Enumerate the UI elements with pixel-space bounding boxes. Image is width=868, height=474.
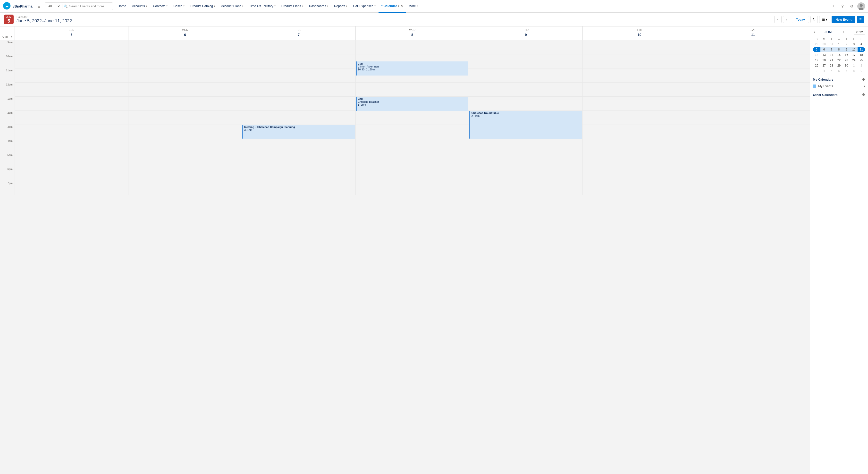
- search-filter-select[interactable]: All: [48, 4, 61, 8]
- mini-cal-day[interactable]: 1: [835, 41, 843, 47]
- day-cell[interactable]: [355, 153, 469, 167]
- day-cell[interactable]: [14, 111, 128, 125]
- day-cell[interactable]: [469, 181, 583, 195]
- day-cell[interactable]: [469, 54, 583, 68]
- day-cell[interactable]: [696, 40, 810, 54]
- day-cell[interactable]: [14, 153, 128, 167]
- my-events-dropdown-icon[interactable]: ▾: [864, 85, 865, 88]
- day-cell[interactable]: [469, 97, 583, 111]
- mini-cal-day[interactable]: 7: [828, 47, 835, 52]
- day-cell[interactable]: [128, 68, 242, 83]
- day-cell[interactable]: [14, 181, 128, 195]
- nav-calendar[interactable]: * Calendar ▾ ✕: [378, 0, 406, 12]
- mini-cal-day[interactable]: 3: [813, 68, 820, 73]
- mini-cal-day[interactable]: 17: [850, 52, 858, 58]
- nav-dashboards[interactable]: Dashboards ▾: [306, 0, 331, 12]
- day-cell[interactable]: [469, 40, 583, 54]
- nav-time-off-territory[interactable]: Time Off Territory ▾: [246, 0, 278, 12]
- nav-call-expenses[interactable]: Call Expenses ▾: [350, 0, 378, 12]
- day-cell[interactable]: [583, 153, 696, 167]
- next-month-button[interactable]: ›: [842, 29, 845, 35]
- mini-cal-day[interactable]: 4: [820, 68, 828, 73]
- mini-cal-day[interactable]: 10: [850, 47, 858, 52]
- day-cell[interactable]: [583, 167, 696, 181]
- mini-cal-day[interactable]: 24: [850, 58, 858, 63]
- day-cell[interactable]: [14, 83, 128, 97]
- view-select-button[interactable]: ▦ ▾: [819, 16, 830, 23]
- day-cell[interactable]: [242, 83, 355, 97]
- mini-cal-day[interactable]: 29: [835, 63, 843, 68]
- event-block[interactable]: CallChristine Beacher1–2pm: [356, 97, 469, 111]
- mini-cal-day[interactable]: 9: [843, 47, 850, 52]
- mini-cal-day[interactable]: 2: [858, 63, 865, 68]
- day-cell[interactable]: [128, 139, 242, 153]
- day-cell[interactable]: [14, 139, 128, 153]
- day-cell[interactable]: [14, 125, 128, 139]
- event-block[interactable]: CallClinton Ackerman10:30–11:30am: [356, 61, 469, 75]
- mini-cal-day[interactable]: 13: [820, 52, 828, 58]
- day-cell[interactable]: [14, 167, 128, 181]
- day-cell[interactable]: [242, 139, 355, 153]
- day-cell[interactable]: [696, 54, 810, 68]
- mini-cal-day[interactable]: 6: [835, 68, 843, 73]
- mini-cal-day[interactable]: 8: [835, 47, 843, 52]
- day-cell[interactable]: [355, 139, 469, 153]
- mini-cal-day[interactable]: 18: [858, 52, 865, 58]
- nav-accounts[interactable]: Accounts ▾: [129, 0, 150, 12]
- mini-cal-day[interactable]: 30: [843, 63, 850, 68]
- day-cell[interactable]: [696, 153, 810, 167]
- day-cell[interactable]: [583, 139, 696, 153]
- mini-cal-day[interactable]: 11: [858, 47, 865, 52]
- mini-cal-day[interactable]: 2: [843, 41, 850, 47]
- mini-cal-day[interactable]: 22: [835, 58, 843, 63]
- nav-more[interactable]: More ▾: [406, 0, 421, 12]
- mini-cal-day[interactable]: 16: [843, 52, 850, 58]
- mini-cal-day[interactable]: 6: [820, 47, 828, 52]
- mini-cal-day[interactable]: 27: [820, 63, 828, 68]
- mini-cal-year[interactable]: 2022: [854, 30, 865, 35]
- nav-cases[interactable]: Cases ▾: [170, 0, 187, 12]
- mini-cal-day[interactable]: 31: [828, 41, 835, 47]
- day-cell[interactable]: [469, 167, 583, 181]
- day-cell[interactable]: [128, 83, 242, 97]
- day-cell[interactable]: [355, 181, 469, 195]
- my-calendars-gear-icon[interactable]: ⚙: [862, 77, 865, 81]
- day-cell[interactable]: [696, 111, 810, 125]
- mini-cal-day[interactable]: 4: [858, 41, 865, 47]
- my-events-calendar-item[interactable]: My Events ▾: [813, 83, 865, 89]
- day-cell[interactable]: [14, 40, 128, 54]
- event-block[interactable]: Cholecap Roundtable2–4pm: [469, 111, 582, 139]
- day-cell[interactable]: [242, 54, 355, 68]
- mini-cal-day[interactable]: 14: [828, 52, 835, 58]
- day-cell[interactable]: [696, 97, 810, 111]
- today-button[interactable]: Today: [792, 16, 809, 23]
- day-cell[interactable]: [696, 167, 810, 181]
- day-cell[interactable]: [128, 125, 242, 139]
- day-cell[interactable]: [469, 153, 583, 167]
- day-cell[interactable]: [583, 97, 696, 111]
- new-event-button[interactable]: New Event: [832, 16, 856, 23]
- day-cell[interactable]: [355, 83, 469, 97]
- nav-home[interactable]: Home: [115, 0, 129, 12]
- setup-icon[interactable]: ⚙: [848, 3, 856, 10]
- mini-cal-day[interactable]: 5: [813, 47, 820, 52]
- avatar[interactable]: [857, 2, 865, 10]
- day-cell[interactable]: [355, 125, 469, 139]
- day-cell[interactable]: [469, 139, 583, 153]
- mini-cal-day[interactable]: 7: [843, 68, 850, 73]
- next-week-button[interactable]: ›: [783, 16, 790, 23]
- day-cell[interactable]: [14, 97, 128, 111]
- day-cell[interactable]: [696, 83, 810, 97]
- day-cell[interactable]: [469, 83, 583, 97]
- day-cell[interactable]: [128, 54, 242, 68]
- mini-cal-day[interactable]: 25: [858, 58, 865, 63]
- day-cell[interactable]: [242, 167, 355, 181]
- mini-cal-day[interactable]: 28: [828, 63, 835, 68]
- day-cell[interactable]: [242, 181, 355, 195]
- refresh-button[interactable]: ↻: [810, 16, 818, 23]
- day-cell[interactable]: [242, 111, 355, 125]
- mini-cal-day[interactable]: 19: [813, 58, 820, 63]
- close-tab-icon[interactable]: ✕: [401, 4, 403, 7]
- mini-cal-day[interactable]: 1: [850, 63, 858, 68]
- mini-cal-day[interactable]: 5: [828, 68, 835, 73]
